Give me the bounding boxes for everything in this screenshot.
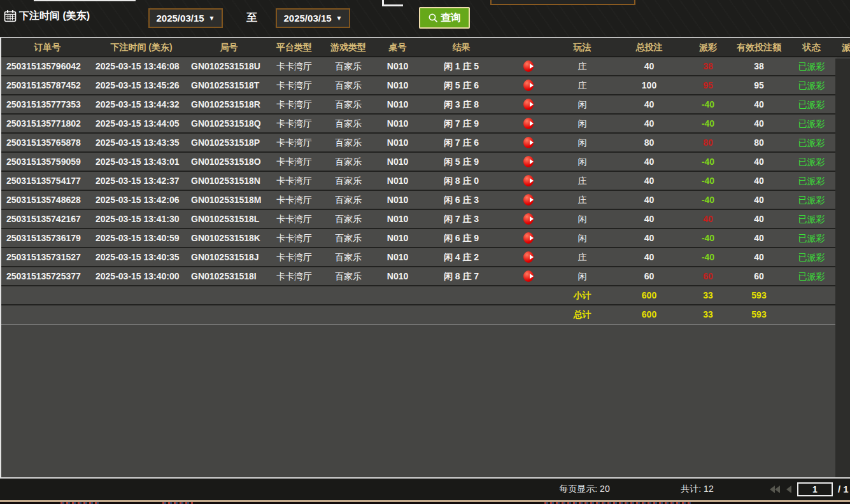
total-count-label: 共计: 12 [662, 484, 732, 495]
video-play-icon[interactable] [523, 156, 534, 167]
subtotal-row: 小计 600 33 593 [1, 286, 837, 305]
date-from-select[interactable]: 2025/03/15 ▼ [148, 8, 223, 28]
cell-game: 百家乐 [320, 210, 377, 228]
bet-time-label: 下注时间 (美东) [19, 10, 90, 23]
video-play-icon[interactable] [523, 194, 534, 206]
cell-time: 2025-03-15 13:44:05 [94, 115, 189, 132]
video-play-icon[interactable] [523, 175, 534, 186]
cell-table_no: N010 [377, 191, 418, 209]
video-play-icon[interactable] [523, 60, 534, 72]
cell-total_bet: 40 [613, 115, 686, 132]
cell-payout: -40 [686, 115, 730, 132]
scrollbar-track[interactable] [835, 59, 850, 477]
cell-platform: 卡卡湾厅 [269, 248, 320, 266]
cell-payout: 40 [686, 210, 730, 228]
video-play-icon[interactable] [523, 118, 534, 129]
cell-round: GN0102531518P [189, 134, 269, 151]
cell-valid_bet: 80 [730, 134, 788, 151]
first-page-button[interactable] [769, 485, 781, 494]
cell-valid_bet: 40 [730, 115, 788, 132]
cell-play: 庄 [552, 191, 613, 209]
cell-game: 百家乐 [320, 191, 377, 209]
column-header-12: 状态 [788, 38, 835, 56]
cell-total_bet: 60 [613, 267, 686, 285]
cell-time: 2025-03-15 13:42:06 [94, 191, 189, 209]
cell-result: 闲 4 庄 2 [418, 248, 504, 266]
subtotal-payout: 33 [686, 286, 730, 304]
cell-time: 2025-03-15 13:43:35 [94, 134, 189, 151]
cell-order: 250315135754177 [1, 172, 94, 190]
cell-game: 百家乐 [320, 172, 377, 190]
cell-payout: -40 [686, 191, 730, 209]
cell-valid_bet: 40 [730, 248, 788, 266]
cell-round: GN0102531518I [189, 267, 269, 285]
cell-platform: 卡卡湾厅 [269, 267, 320, 285]
video-play-icon[interactable] [523, 213, 534, 225]
cell-platform: 卡卡湾厅 [269, 57, 320, 75]
cell-play: 闲 [552, 229, 613, 247]
subtotal-total-bet: 600 [613, 286, 686, 304]
cell-game: 百家乐 [320, 229, 377, 247]
video-play-icon[interactable] [523, 137, 534, 148]
cell-play: 闲 [552, 115, 613, 132]
cell-table_no: N010 [377, 248, 418, 266]
cell-valid_bet: 40 [730, 95, 788, 113]
grand-total-row: 总计 600 33 593 [1, 305, 837, 325]
cell-status: 已派彩 [788, 229, 835, 247]
date-from-value: 2025/03/15 [157, 13, 204, 24]
cell-valid_bet: 40 [730, 210, 788, 228]
table-row: 2503151357361792025-03-15 13:40:59GN0102… [1, 229, 837, 248]
cell-platform: 卡卡湾厅 [269, 76, 320, 94]
cell-play: 庄 [552, 248, 613, 266]
cell-video [504, 115, 552, 132]
cell-game: 百家乐 [320, 115, 377, 132]
cell-video [504, 191, 552, 209]
prev-page-button[interactable] [786, 485, 792, 494]
video-play-icon[interactable] [523, 251, 534, 263]
date-to-select[interactable]: 2025/03/15 ▼ [276, 8, 350, 28]
cell-valid_bet: 95 [730, 76, 788, 94]
cell-status: 已派彩 [788, 210, 835, 228]
cell-game: 百家乐 [320, 153, 377, 171]
cell-round: GN0102531518M [189, 191, 269, 209]
cell-order: 250315135725377 [1, 267, 94, 285]
cell-total_bet: 40 [613, 210, 686, 228]
search-button[interactable]: 查询 [419, 7, 470, 29]
table-row: 2503151357718022025-03-15 13:44:05GN0102… [1, 115, 837, 134]
column-header-10: 派彩 [686, 38, 730, 56]
table-row: 2503151357874522025-03-15 13:45:26GN0102… [1, 76, 837, 95]
cell-play: 闲 [552, 95, 613, 113]
cell-result: 闲 5 庄 6 [418, 76, 504, 94]
cell-platform: 卡卡湾厅 [269, 95, 320, 113]
cell-play: 庄 [552, 76, 613, 94]
cell-play: 闲 [552, 267, 613, 285]
video-play-icon[interactable] [523, 99, 534, 110]
cell-total_bet: 40 [613, 248, 686, 266]
cell-payout: 38 [686, 57, 730, 75]
cell-order: 250315135787452 [1, 76, 94, 94]
cell-table_no: N010 [377, 115, 418, 132]
cell-status: 已派彩 [788, 57, 835, 75]
cell-time: 2025-03-15 13:45:26 [94, 76, 189, 94]
column-header-4: 游戏类型 [320, 38, 377, 56]
cell-table_no: N010 [377, 76, 418, 94]
video-play-icon[interactable] [523, 80, 534, 91]
cell-status: 已派彩 [788, 76, 835, 94]
cell-valid_bet: 40 [730, 191, 788, 209]
video-play-icon[interactable] [523, 270, 534, 282]
cell-play: 庄 [552, 172, 613, 190]
table-body-rows: 2503151357960422025-03-15 13:46:08GN0102… [1, 57, 850, 286]
cell-video [504, 210, 552, 228]
cell-time: 2025-03-15 13:44:32 [94, 95, 189, 113]
page-number-input[interactable] [797, 482, 833, 496]
table-row: 2503151357315272025-03-15 13:40:35GN0102… [1, 248, 837, 267]
cell-total_bet: 40 [613, 153, 686, 171]
cell-status: 已派彩 [788, 248, 835, 266]
cell-result: 闲 7 庄 9 [418, 115, 504, 132]
cell-video [504, 57, 552, 75]
video-play-icon[interactable] [523, 232, 534, 244]
cell-total_bet: 40 [613, 172, 686, 190]
cell-time: 2025-03-15 13:42:37 [94, 172, 189, 190]
cell-payout: -40 [686, 95, 730, 113]
cell-order: 250315135742167 [1, 210, 94, 228]
